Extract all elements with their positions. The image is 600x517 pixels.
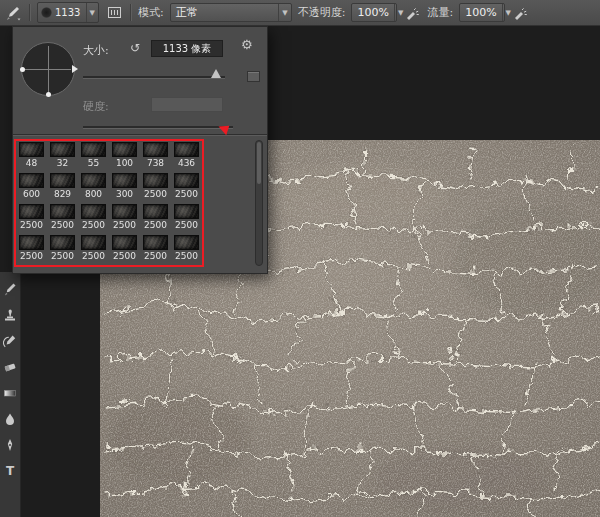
brush-tool-preset-icon[interactable] [4,4,22,22]
brush-preset[interactable]: 2500 [16,233,47,264]
brush-preset[interactable]: 2500 [140,171,171,202]
separator [130,4,131,21]
brush-preset-thumbnail [112,173,137,188]
brush-preset-thumbnail [112,235,137,250]
airbrush-icon[interactable] [511,4,529,22]
brush-preset-size: 600 [23,189,40,200]
brush-preset[interactable]: 32 [47,140,78,171]
brush-preset[interactable]: 738 [140,140,171,171]
scrollbar-thumb[interactable] [257,142,261,184]
brush-tip-preview [41,7,52,18]
brush-preset-size: 2500 [20,220,43,231]
brush-preset[interactable]: 2500 [171,233,202,264]
brush-preset-size: 48 [26,158,37,169]
hardness-label: 硬度: [83,99,109,114]
mode-label: 模式: [138,5,164,20]
brush-preset[interactable]: 55 [78,140,109,171]
brush-preset-size: 100 [116,158,133,169]
brush-preset-thumbnail [112,142,137,157]
flow-label: 流量: [427,5,453,20]
brush-preset[interactable]: 2500 [171,171,202,202]
brush-preset-size: 2500 [144,220,167,231]
gradient-icon[interactable] [3,386,18,400]
flow-select[interactable]: 100% ▼ [459,3,505,22]
brush-preset-size: 2500 [175,220,198,231]
brush-preset-thumbnail [81,173,106,188]
brush-preset[interactable]: 2500 [16,202,47,233]
brush-preset-size: 2500 [51,220,74,231]
brush-preset-thumbnail [81,204,106,219]
new-preset-icon[interactable] [247,71,260,82]
history-brush-icon[interactable] [3,334,18,348]
brush-preset-thumbnail [50,173,75,188]
opacity-select[interactable]: 100% ▼ [351,3,397,22]
brush-preset[interactable]: 829 [47,171,78,202]
brush-preset[interactable]: 2500 [140,233,171,264]
brush-size-field[interactable]: 1133 像素 [151,40,223,57]
brush-preset[interactable]: 2500 [47,202,78,233]
brush-preset[interactable]: 100 [109,140,140,171]
brush-preset-size: 2500 [113,251,136,262]
brush-preset-picker[interactable]: 1133 ▼ [37,2,99,23]
brush-preset[interactable]: 2500 [109,202,140,233]
brush-preset-size: 2500 [175,189,198,200]
brush-preset-size: 800 [85,189,102,200]
pen-icon[interactable] [3,438,18,452]
brush-angle-control[interactable] [21,42,75,96]
size-slider-thumb[interactable] [211,69,221,78]
angle-handle-dot[interactable] [20,67,25,72]
size-slider[interactable] [83,76,225,79]
brush-preset-size: 2500 [144,251,167,262]
brush-preset-size: 436 [178,158,195,169]
separator [29,4,30,21]
brush-preset-size: 2500 [82,251,105,262]
clone-stamp-icon[interactable] [3,308,18,322]
brush-preset-thumbnail [50,142,75,157]
pressure-opacity-icon[interactable] [403,4,421,22]
mode-select[interactable]: 正常 ▼ [170,3,292,22]
brush-preset[interactable]: 2500 [47,233,78,264]
angle-crosshair [48,46,49,92]
brush-preset-size: 2500 [51,251,74,262]
brush-preset[interactable]: 300 [109,171,140,202]
preset-scrollbar[interactable] [255,140,263,266]
opacity-label: 不透明度: [298,5,346,20]
brush-preset[interactable]: 2500 [171,202,202,233]
hardness-field [151,97,223,112]
brush-settings-panel: 大小: ↺ 1133 像素 ⚙ 硬度: 48325510073843660082… [12,26,268,274]
brush-preset-thumbnail [19,235,44,250]
brush-preset[interactable]: 436 [171,140,202,171]
toggle-brush-panel-icon[interactable] [105,4,123,22]
brush-preset[interactable]: 2500 [140,202,171,233]
brush-preset[interactable]: 800 [78,171,109,202]
toolbox: T [0,272,21,517]
brush-preset[interactable]: 2500 [78,233,109,264]
photoshop-window: T 1133 ▼ 模式: 正常 ▼ 不透明度: 100% ▼ 流量: [0,0,600,517]
brush-preset[interactable]: 48 [16,140,47,171]
brush-preset[interactable]: 2500 [109,233,140,264]
preset-grid: 4832551007384366008298003002500250025002… [16,140,202,264]
brush-preset-thumbnail [174,235,199,250]
angle-handle-dot[interactable] [46,92,51,97]
chevron-down-icon: ▼ [278,4,290,21]
brush-preset-size: 2500 [175,251,198,262]
brush-preset-thumbnail [81,235,106,250]
brush-preset-thumbnail [174,142,199,157]
brush-preset-size: 2500 [20,251,43,262]
brush-preset[interactable]: 2500 [78,202,109,233]
reset-size-icon[interactable]: ↺ [130,42,140,54]
brush-preset-size: 829 [54,189,71,200]
type-tool-icon[interactable]: T [3,464,18,478]
gear-icon[interactable]: ⚙ [241,38,253,52]
brush-preset-size: 2500 [144,189,167,200]
brush-preset-thumbnail [50,235,75,250]
brush-preset-thumbnail [112,204,137,219]
brush-preset-thumbnail [143,173,168,188]
blur-icon[interactable] [3,412,18,426]
brush-preset-size: 32 [57,158,68,169]
eraser-icon[interactable] [3,360,18,374]
brush-tool-icon[interactable] [3,282,18,296]
brush-preset-thumbnail [50,204,75,219]
brush-preset-thumbnail [81,142,106,157]
brush-preset[interactable]: 600 [16,171,47,202]
